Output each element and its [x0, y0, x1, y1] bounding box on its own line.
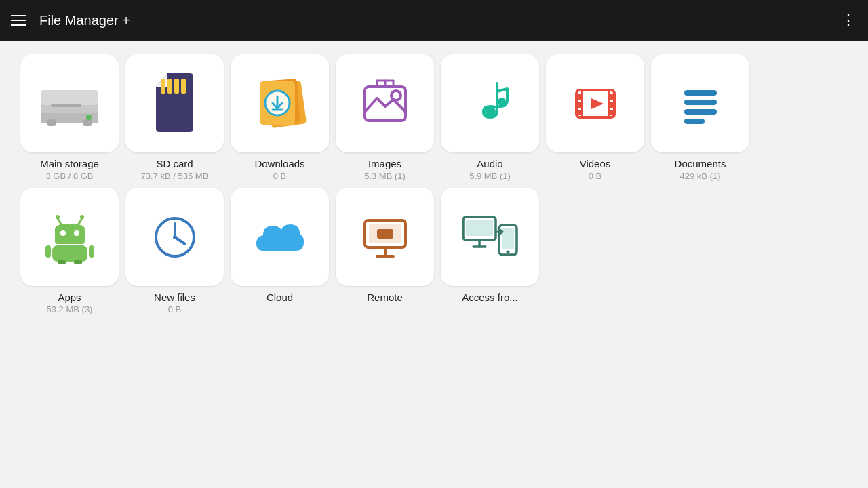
images-label: Images — [368, 158, 401, 169]
topbar-left: File Manager + — [11, 13, 130, 28]
svg-rect-8 — [51, 104, 81, 107]
svg-rect-62 — [377, 229, 393, 239]
topbar: File Manager + ⋮ — [0, 0, 868, 41]
grid-item-main-storage[interactable]: Main storage 3 GB / 8 GB — [20, 54, 119, 181]
svg-point-27 — [485, 106, 496, 117]
documents-icon — [673, 77, 728, 131]
videos-label: Videos — [580, 158, 611, 169]
main-storage-label: Main storage — [40, 158, 99, 169]
svg-rect-35 — [609, 110, 614, 115]
svg-point-47 — [60, 230, 66, 236]
remote-icon — [358, 210, 412, 264]
svg-rect-12 — [174, 79, 179, 94]
svg-rect-13 — [181, 79, 186, 94]
grid-item-documents[interactable]: Documents 429 kB (1) — [651, 54, 749, 181]
documents-sub: 429 kB (1) — [680, 171, 721, 181]
grid-item-sd-card[interactable]: SD card 73.7 kB / 535 MB — [125, 54, 224, 181]
sd-card-sub: 73.7 kB / 535 MB — [141, 171, 209, 181]
svg-rect-53 — [74, 260, 82, 264]
grid-item-downloads[interactable]: Downloads 0 B — [231, 54, 329, 181]
svg-rect-34 — [609, 102, 614, 108]
grid-item-cloud[interactable]: Cloud — [231, 188, 329, 314]
hamburger-icon[interactable] — [11, 15, 26, 26]
grid-item-remote[interactable]: Remote — [336, 188, 434, 314]
main-content: Main storage 3 GB / 8 GB SD card 73 — [0, 41, 868, 328]
app-title: File Manager + — [39, 13, 130, 28]
cloud-icon-box — [231, 188, 329, 286]
videos-icon-box — [546, 54, 644, 152]
svg-point-46 — [80, 215, 84, 219]
apps-icon — [43, 210, 97, 264]
cloud-label: Cloud — [267, 291, 293, 303]
svg-rect-11 — [167, 79, 172, 94]
svg-rect-39 — [684, 90, 717, 96]
apps-sub: 53.2 MB (3) — [47, 304, 93, 314]
svg-rect-30 — [576, 94, 582, 100]
svg-rect-51 — [89, 245, 94, 258]
videos-icon — [568, 77, 623, 131]
remote-label: Remote — [367, 291, 403, 303]
access-from-icon-box — [441, 188, 539, 286]
audio-sub: 5.9 MB (1) — [469, 171, 511, 181]
access-from-icon — [460, 210, 521, 264]
svg-rect-68 — [502, 228, 514, 249]
more-options-icon[interactable]: ⋮ — [841, 12, 857, 29]
svg-rect-6 — [83, 119, 92, 126]
svg-rect-52 — [58, 260, 66, 264]
new-files-label: New files — [154, 291, 195, 303]
svg-point-45 — [56, 215, 60, 219]
svg-line-44 — [78, 218, 82, 225]
audio-icon-box — [441, 54, 539, 152]
grid-item-apps[interactable]: Apps 53.2 MB (3) — [20, 188, 119, 314]
svg-rect-1 — [41, 90, 98, 105]
documents-icon-box — [651, 54, 749, 152]
apps-label: Apps — [58, 291, 81, 303]
grid-item-access-from[interactable]: Access fro... — [441, 188, 539, 314]
svg-rect-5 — [47, 119, 56, 126]
downloads-label: Downloads — [254, 158, 304, 169]
svg-rect-50 — [45, 245, 51, 258]
grid-item-images[interactable]: Images 5.3 MB (1) — [336, 54, 434, 181]
grid-item-audio[interactable]: Audio 5.9 MB (1) — [441, 54, 539, 181]
audio-label: Audio — [477, 158, 502, 169]
svg-point-57 — [173, 235, 177, 239]
sd-card-icon-box — [125, 54, 224, 152]
new-files-icon-box — [125, 188, 224, 286]
svg-rect-41 — [684, 109, 717, 115]
svg-rect-42 — [684, 119, 705, 124]
images-sub: 5.3 MB (1) — [364, 171, 406, 181]
main-storage-sub: 3 GB / 8 GB — [45, 171, 93, 181]
svg-rect-49 — [52, 245, 87, 262]
svg-line-43 — [58, 218, 62, 225]
grid: Main storage 3 GB / 8 GB SD card 73 — [20, 54, 848, 314]
svg-point-48 — [74, 230, 79, 236]
svg-point-28 — [498, 98, 506, 106]
new-files-icon — [148, 210, 202, 264]
sd-card-label: SD card — [156, 158, 193, 169]
main-storage-icon-box — [20, 54, 119, 152]
svg-point-69 — [506, 250, 509, 253]
videos-sub: 0 B — [589, 171, 602, 181]
svg-point-7 — [86, 115, 92, 120]
downloads-icon — [250, 73, 311, 134]
new-files-sub: 0 B — [168, 304, 182, 314]
svg-point-22 — [391, 91, 401, 100]
apps-icon-box — [20, 188, 119, 286]
access-from-label: Access fro... — [462, 291, 518, 303]
svg-rect-31 — [576, 102, 582, 108]
images-icon-box — [336, 54, 434, 152]
svg-rect-10 — [161, 79, 165, 94]
images-icon — [358, 77, 412, 131]
documents-label: Documents — [675, 158, 726, 169]
grid-item-videos[interactable]: Videos 0 B — [546, 54, 644, 181]
audio-icon — [463, 77, 517, 131]
svg-rect-32 — [576, 110, 582, 115]
downloads-icon-box — [231, 54, 329, 152]
sd-card-icon — [153, 73, 197, 134]
svg-rect-33 — [609, 94, 614, 100]
cloud-icon — [250, 214, 311, 261]
svg-rect-64 — [466, 220, 493, 236]
svg-marker-38 — [591, 98, 604, 109]
svg-rect-40 — [684, 100, 717, 105]
grid-item-new-files[interactable]: New files 0 B — [125, 188, 224, 314]
